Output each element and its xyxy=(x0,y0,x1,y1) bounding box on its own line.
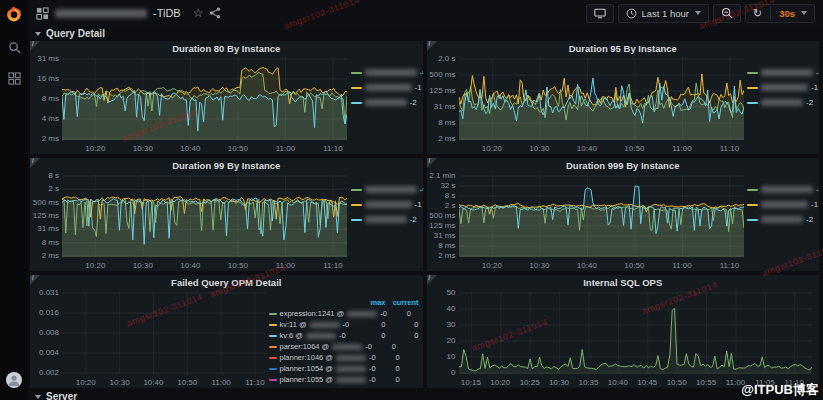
legend-item[interactable]: -2 xyxy=(351,215,419,224)
graph-canvas[interactable] xyxy=(62,58,347,140)
legend-current-value: 0 xyxy=(403,353,423,362)
x-axis-tick: 10:20 xyxy=(490,378,510,387)
y-axis-tick: 125 ms xyxy=(429,222,456,230)
tv-kiosk-button[interactable] xyxy=(586,4,614,23)
legend-suffix: -0 xyxy=(816,185,819,194)
row-header-server[interactable]: Server xyxy=(30,389,819,400)
redacted-instance-name xyxy=(761,186,813,193)
graph-canvas[interactable] xyxy=(62,292,265,374)
legend-row[interactable]: parser:1064 @-000 xyxy=(269,342,419,351)
legend-item[interactable]: -1 xyxy=(351,83,419,92)
legend-row[interactable]: kv:6 @-000 xyxy=(269,331,419,340)
search-icon[interactable] xyxy=(8,41,21,54)
legend-current-value: 0 xyxy=(403,364,423,373)
legend-series-name: kv:11 @ xyxy=(280,320,307,329)
redacted-instance-name xyxy=(761,216,803,223)
refresh-interval-label[interactable]: 30s xyxy=(779,8,795,19)
x-axis-tick: 10:30 xyxy=(529,144,549,153)
y-axis-tick: 50 xyxy=(429,289,456,297)
refresh-icon[interactable]: ↻ xyxy=(753,8,762,19)
legend-series-dash xyxy=(747,87,758,89)
panel-title[interactable]: Internal SQL OPS xyxy=(427,275,820,290)
row-title: Query Detail xyxy=(46,28,105,39)
legend-row[interactable]: kv:11 @-000 xyxy=(269,320,419,329)
x-axis-tick: 10:15 xyxy=(461,378,481,387)
legend-item[interactable]: -0 xyxy=(747,68,815,77)
x-axis-tick: 11:10 xyxy=(245,378,264,387)
legend-series-dash xyxy=(269,335,277,337)
y-axis-tick: 10 xyxy=(429,353,456,361)
graph-canvas[interactable] xyxy=(459,175,744,257)
y-axis-tick: 8 ms xyxy=(32,239,59,247)
legend-row[interactable]: planner:1046 @-000 xyxy=(269,353,419,362)
graph-plot-area: 2.0 s500 ms125 ms31 ms8 ms2 ms10:2010:30… xyxy=(429,56,748,153)
graph-canvas[interactable] xyxy=(459,292,812,374)
share-icon[interactable] xyxy=(209,7,221,19)
legend-row[interactable]: planner:1055 @-000 xyxy=(269,375,419,384)
dashboard-content: Query Detail iDuration 80 By Instance31 … xyxy=(28,26,823,400)
graph-legend: -0-1-2 xyxy=(351,56,419,153)
time-range-picker[interactable]: Last 1 hour xyxy=(618,4,709,23)
x-axis-tick: 11:00 xyxy=(672,261,691,270)
zoom-out-button[interactable] xyxy=(713,4,741,23)
legend-item[interactable]: -1 xyxy=(747,83,815,92)
x-axis-tick: 10:40 xyxy=(577,261,597,270)
legend-current-value: 0 xyxy=(399,342,423,351)
panel-title[interactable]: Duration 999 By Instance xyxy=(427,158,820,173)
legend-item[interactable]: -1 xyxy=(351,200,419,209)
x-axis-tick: 11:10 xyxy=(720,261,739,270)
legend-table: maxcurrentexpression:1241 @-000kv:11 @-0… xyxy=(269,290,419,387)
redacted-host xyxy=(332,344,362,350)
graph-canvas[interactable] xyxy=(62,175,347,257)
y-axis-tick: 2 ms xyxy=(32,135,59,143)
redacted-instance-name xyxy=(761,99,803,106)
panel-info-icon: i xyxy=(32,275,33,281)
legend-item[interactable]: -2 xyxy=(351,98,419,107)
legend-item[interactable]: -0 xyxy=(747,185,815,194)
panel-title[interactable]: Duration 80 By Instance xyxy=(30,41,423,56)
legend-series-name: planner:1046 @ xyxy=(280,353,334,362)
legend-item[interactable]: -2 xyxy=(747,215,815,224)
x-axis-tick: 10:50 xyxy=(177,378,197,387)
dashboard-title-group[interactable]: -TiDB ☆ xyxy=(36,6,221,20)
dashboards-icon[interactable] xyxy=(8,72,21,85)
legend-series-dash xyxy=(269,324,277,326)
legend-row[interactable]: planner:1054 @-000 xyxy=(269,364,419,373)
x-axis-tick: 10:50 xyxy=(228,144,248,153)
legend-suffix: -2 xyxy=(806,98,813,107)
graph-plot-area: 8 s2 s500 ms125 ms31 ms8 ms2 ms10:2010:3… xyxy=(32,173,351,270)
legend-item[interactable]: -1 xyxy=(747,200,815,209)
panel-duration-95: iDuration 95 By Instance2.0 s500 ms125 m… xyxy=(427,41,820,154)
legend-col-max: max xyxy=(368,298,386,307)
panel-title[interactable]: Duration 95 By Instance xyxy=(427,41,820,56)
legend-row[interactable]: expression:1241 @-000 xyxy=(269,309,419,318)
dashboard-title-suffix[interactable]: -TiDB xyxy=(153,7,181,19)
y-axis-tick: 40 xyxy=(429,305,456,313)
legend-item[interactable]: -2 xyxy=(747,98,815,107)
itpub-watermark: @ITPUB博客 xyxy=(741,381,819,399)
x-axis-tick: 10:50 xyxy=(228,261,248,270)
x-axis-tick: 10:20 xyxy=(482,261,502,270)
star-icon[interactable]: ☆ xyxy=(193,6,204,20)
panel-body: 0.0310.0160.0080.0040.00210:2010:3010:40… xyxy=(30,290,423,387)
refresh-control[interactable]: ↻ 30s xyxy=(745,4,815,23)
legend-item[interactable]: -0 xyxy=(351,185,419,194)
graph-plot-area: 0.0310.0160.0080.0040.00210:2010:3010:40… xyxy=(32,290,269,387)
legend-max-value: 0 xyxy=(368,320,386,329)
row-header-query-detail[interactable]: Query Detail xyxy=(30,26,819,41)
x-axis-tick: 10:30 xyxy=(133,261,153,270)
panel-info-icon: i xyxy=(429,158,430,164)
x-axis-tick: 10:30 xyxy=(110,378,130,387)
panel-info-icon: i xyxy=(32,41,33,47)
grafana-logo[interactable] xyxy=(5,5,23,23)
legend-series-dash xyxy=(747,204,758,206)
panel-title[interactable]: Duration 99 By Instance xyxy=(30,158,423,173)
panel-title[interactable]: Failed Query OPM Detail xyxy=(30,275,423,290)
legend-item[interactable]: -0 xyxy=(351,68,419,77)
y-axis-tick: 30 xyxy=(429,321,456,329)
avatar[interactable] xyxy=(6,372,22,388)
y-axis-tick: 31 ms xyxy=(429,103,456,111)
x-axis-tick: 11:10 xyxy=(323,261,342,270)
y-axis-tick: 2 s xyxy=(429,202,456,210)
graph-canvas[interactable] xyxy=(459,58,744,140)
